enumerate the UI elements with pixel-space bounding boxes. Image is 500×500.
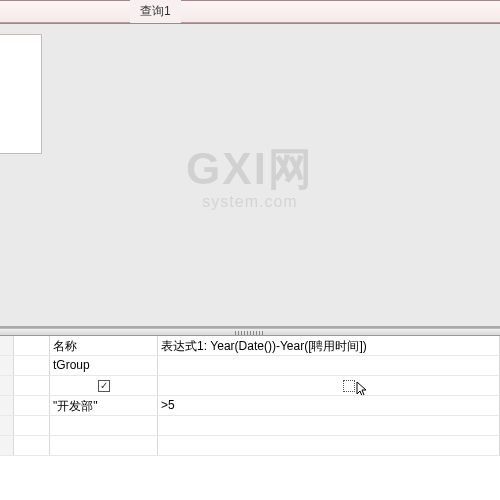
query-tab-label: 查询1	[140, 4, 171, 18]
table-cell[interactable]: tGroup	[50, 356, 158, 375]
design-workspace[interactable]: GXI网 system.com	[0, 24, 500, 328]
cell[interactable]	[14, 436, 50, 455]
show-checkbox-cell[interactable]	[50, 376, 158, 395]
cell[interactable]	[14, 396, 50, 415]
or-cell[interactable]	[158, 416, 500, 435]
or-cell[interactable]	[158, 436, 500, 455]
show-checkbox-cell[interactable]	[158, 376, 500, 395]
row-selector[interactable]	[0, 356, 14, 375]
row-selector[interactable]	[0, 416, 14, 435]
or-cell[interactable]	[50, 436, 158, 455]
criteria-cell[interactable]: >5	[158, 396, 500, 415]
cell[interactable]	[14, 356, 50, 375]
watermark-sub: system.com	[186, 193, 314, 211]
grid-row-or	[0, 416, 500, 436]
row-selector[interactable]	[0, 396, 14, 415]
pane-splitter[interactable]	[0, 328, 500, 336]
checkbox-focused-icon[interactable]	[343, 380, 355, 392]
criteria-cell[interactable]: "开发部"	[50, 396, 158, 415]
grid-row-or	[0, 436, 500, 456]
field-cell[interactable]: 表达式1: Year(Date())-Year([聘用时间])	[158, 336, 500, 355]
grid-row-field: 名称 表达式1: Year(Date())-Year([聘用时间])	[0, 336, 500, 356]
watermark: GXI网 system.com	[186, 140, 314, 211]
row-selector[interactable]	[0, 436, 14, 455]
or-cell[interactable]	[50, 416, 158, 435]
row-selector[interactable]	[0, 336, 14, 355]
row-selector[interactable]	[0, 376, 14, 395]
splitter-grip-icon	[235, 331, 265, 335]
field-cell[interactable]: 名称	[50, 336, 158, 355]
query-tab-bar: 查询1	[0, 1, 500, 23]
cell[interactable]	[14, 376, 50, 395]
query-design-grid[interactable]: 名称 表达式1: Year(Date())-Year([聘用时间]) tGrou…	[0, 336, 500, 456]
grid-row-show	[0, 376, 500, 396]
checkbox-checked-icon[interactable]	[98, 380, 110, 392]
cell[interactable]	[14, 416, 50, 435]
cell[interactable]	[14, 336, 50, 355]
table-panel[interactable]	[0, 34, 42, 154]
query-tab[interactable]: 查询1	[130, 0, 181, 23]
cursor-icon	[356, 381, 370, 395]
grid-row-table: tGroup	[0, 356, 500, 376]
grid-row-criteria: "开发部" >5	[0, 396, 500, 416]
watermark-main: GXI网	[186, 140, 314, 199]
table-cell[interactable]	[158, 356, 500, 375]
